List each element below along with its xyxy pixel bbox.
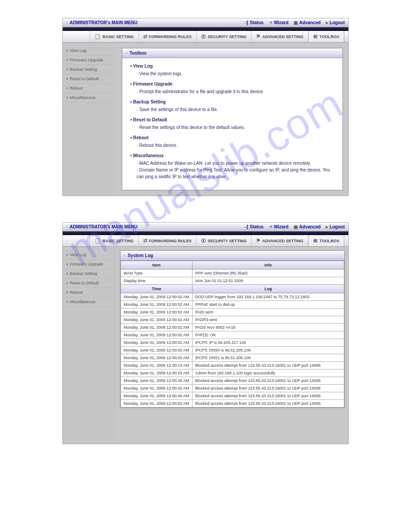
tab-toolbox[interactable]: 🛠 TOOLBOX: [308, 235, 344, 246]
table-row: Monday, June 01, 2009 12:00:26 AMBlocked…: [121, 377, 344, 385]
tab-toolbox[interactable]: 🛠 TOOLBOX: [308, 31, 344, 42]
toolbox-item: MiscellaneousMAC Address for Wake-on-LAN…: [130, 152, 334, 180]
body-split: View Log Firmware Upgrade Backup Setting…: [63, 247, 348, 444]
sidebar: View Log Firmware Upgrade Backup Setting…: [63, 43, 116, 196]
cell-time: Monday, June 01, 2009 12:00:02 AM: [121, 347, 193, 354]
cell-log: PADR3 sent: [193, 316, 344, 324]
sidebar-item-label: Reboot: [70, 290, 83, 295]
basic-setting-icon: 📋: [94, 34, 101, 39]
tab-advanced-setting[interactable]: ⚑ ADVANCED SETTING: [251, 31, 308, 42]
toolbox-item: Backup SettingSave the settings of this …: [130, 99, 334, 113]
nav-logout[interactable]: ▸ Logout: [326, 20, 345, 25]
nav-logout-label: Logout: [330, 20, 345, 25]
sidebar-item-label: Backup Setting: [70, 67, 97, 72]
toolbox-item-desc: MAC Address for Wake-on-LAN: Let you to …: [130, 160, 334, 167]
router-admin-panel-systemlog: ▫ ADMINISTRATOR's MAIN MENU -‖ Status ✧ …: [62, 222, 349, 444]
content-area: Toolbox View LogView the system logs.Fir…: [116, 43, 348, 196]
tab-row: 📋 BASIC SETTING ⇄ FORWARDING RULES ⦿ SEC…: [63, 31, 348, 43]
main-menu-title: ▫ ADMINISTRATOR's MAIN MENU: [66, 224, 137, 229]
table-row: WAN TypePPP over Ethernet (R0.35a0): [121, 270, 344, 277]
tab-advanced-setting[interactable]: ⚑ ADVANCED SETTING: [251, 235, 308, 246]
sidebar-item-label: Reboot: [70, 86, 83, 90]
tab-advanced-label: ADVANCED SETTING: [262, 239, 304, 243]
sidebar-item-reboot[interactable]: Reboot: [63, 288, 116, 297]
table-row: Monday, June 01, 2009 12:00:15 AMAdmin f…: [121, 369, 344, 377]
cell-log: PPPoE start to dial-up: [193, 301, 344, 309]
router-admin-panel-toolbox: ▫ ADMINISTRATOR's MAIN MENU -‖ Status ✧ …: [62, 18, 349, 196]
dark-stripe: [63, 232, 348, 235]
sidebar-item-firmware-upgrade[interactable]: Firmware Upgrade: [63, 56, 116, 65]
tab-toolbox-label: TOOLBOX: [320, 239, 339, 243]
advanced-icon: ▣: [294, 20, 298, 25]
toolbox-item-title: Backup Setting: [130, 99, 334, 105]
forwarding-icon: ⇄: [143, 238, 147, 244]
cell-time: Monday, June 01, 2009 12:00:46 AM: [121, 392, 193, 400]
tab-security-setting[interactable]: ⦿ SECURITY SETTING: [196, 235, 251, 246]
tab-security-label: SECURITY SETTING: [208, 239, 247, 243]
table-row: Monday, June 01, 2009 12:00:02 AMIPCP3: …: [121, 339, 344, 347]
sidebar-item-label: Miscellaneous: [70, 300, 95, 304]
table-row: Monday, June 01, 2009 12:00:42 AMBlocked…: [121, 385, 344, 392]
table-row: Monday, June 01, 2009 12:00:02 AMPADS re…: [121, 324, 344, 331]
cell-time: Monday, June 01, 2009 12:00:52 AM: [121, 400, 193, 408]
wizard-icon: ✧: [269, 224, 273, 229]
cell-time: Monday, June 01, 2009 12:00:02 AM: [121, 331, 193, 339]
sidebar-item-backup-setting[interactable]: Backup Setting: [63, 269, 116, 279]
sidebar-item-label: Firmware Upgrade: [70, 262, 103, 266]
sidebar-item-label: Backup Setting: [70, 271, 97, 276]
top-nav-bar: ▫ ADMINISTRATOR's MAIN MENU -‖ Status ✧ …: [63, 18, 348, 27]
nav-wizard[interactable]: ✧ Wizard: [269, 20, 289, 25]
sidebar-item-reboot[interactable]: Reboot: [63, 84, 116, 93]
tab-basic-setting[interactable]: 📋 BASIC SETTING: [90, 31, 138, 42]
system-log-title: System Log: [128, 253, 153, 258]
toolbox-card-title: Toolbox: [129, 51, 146, 56]
sidebar-item-reset-default[interactable]: Reset to Default: [63, 74, 116, 84]
nav-logout[interactable]: ▸ Logout: [326, 224, 345, 229]
nav-status-label: Status: [250, 20, 264, 25]
body-split: View Log Firmware Upgrade Backup Setting…: [63, 43, 348, 196]
table-row: Monday, June 01, 2009 12:00:02 AMIPCP3: …: [121, 347, 344, 354]
sidebar-item-view-log[interactable]: View Log: [63, 250, 116, 260]
nav-advanced[interactable]: ▣ Advanced: [294, 20, 321, 25]
toolbox-item-desc: Prompt the administrator for a file and …: [130, 88, 334, 95]
tab-basic-setting[interactable]: 📋 BASIC SETTING: [90, 235, 138, 246]
basic-setting-icon: 📋: [94, 238, 101, 244]
nav-wizard-label: Wizard: [274, 20, 289, 25]
toolbox-item-title: View Log: [130, 63, 334, 69]
col-time-header: Time: [121, 285, 193, 293]
sidebar-item-label: Reset to Default: [70, 281, 99, 285]
main-menu-title: ▫ ADMINISTRATOR's MAIN MENU: [66, 20, 137, 25]
nav-logout-label: Logout: [330, 224, 345, 229]
main-menu-title-text: ADMINISTRATOR's MAIN MENU: [70, 20, 137, 25]
tab-forwarding-rules[interactable]: ⇄ FORWARDING RULES: [138, 31, 196, 42]
tab-forwarding-rules[interactable]: ⇄ FORWARDING RULES: [138, 235, 196, 246]
sidebar-item-view-log[interactable]: View Log: [63, 46, 116, 56]
cell-log: PAP(3): OK: [193, 331, 344, 339]
nav-status[interactable]: -‖ Status: [245, 20, 264, 25]
tab-forwarding-label: FORWARDING RULES: [149, 34, 192, 39]
sidebar-item-reset-default[interactable]: Reset to Default: [63, 279, 116, 288]
tab-security-setting[interactable]: ⦿ SECURITY SETTING: [196, 31, 251, 42]
nav-status[interactable]: -‖ Status: [245, 224, 264, 229]
security-icon: ⦿: [201, 34, 206, 39]
toolbox-item-title: Miscellaneous: [130, 152, 334, 159]
sidebar-item-firmware-upgrade[interactable]: Firmware Upgrade: [63, 260, 116, 269]
security-icon: ⦿: [201, 238, 206, 244]
nav-wizard[interactable]: ✧ Wizard: [269, 224, 289, 229]
tab-security-label: SECURITY SETTING: [208, 34, 247, 39]
system-log-header: System Log: [120, 251, 344, 261]
tab-row: 📋 BASIC SETTING ⇄ FORWARDING RULES ⦿ SEC…: [63, 235, 348, 247]
toolbox-item-title: Firmware Upgrade: [130, 81, 334, 87]
sidebar-item-miscellaneous[interactable]: Miscellaneous: [63, 93, 116, 103]
cell-time: Monday, June 01, 2009 12:00:02 AM: [121, 316, 193, 324]
dark-stripe: [63, 27, 348, 31]
toolbox-item-title: Reset to Default: [130, 116, 334, 123]
cell-log: IPCP3: IP is 66.245.217.140: [193, 339, 344, 347]
toolbox-item-desc: Domain Name or IP address for Ping Test:…: [130, 167, 334, 180]
sidebar-item-backup-setting[interactable]: Backup Setting: [63, 65, 116, 74]
sidebar-item-miscellaneous[interactable]: Miscellaneous: [63, 297, 116, 307]
cell-log: DOD:UDP trigger from 192.168.1.100:2487 …: [193, 293, 344, 301]
system-log-card: System Log Item Info WAN TypePPP over Et…: [120, 250, 345, 408]
nav-advanced[interactable]: ▣ Advanced: [294, 224, 321, 229]
table-row: Display timeMon Jun 01 01:12:51 2009: [121, 277, 344, 285]
